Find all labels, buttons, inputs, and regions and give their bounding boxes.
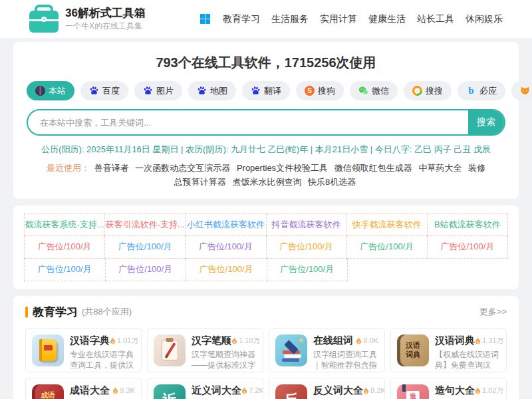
ad-cell[interactable]: 广告位/100/月 bbox=[186, 236, 266, 259]
engine-tab-maps[interactable]: 地图 bbox=[188, 81, 236, 100]
recent-item[interactable]: 煮饭米水比例查询 bbox=[232, 177, 301, 187]
section-accent-bar bbox=[25, 307, 28, 318]
flame-icon bbox=[475, 337, 481, 344]
nav-item-life[interactable]: 生活服务 bbox=[271, 13, 309, 25]
recent-label: 最近使用： bbox=[47, 163, 90, 173]
app-card-zaoju-daquan[interactable]: 造句 造句大全 1.02万 收录了常用成语造句和常用词语造句，并提供造... bbox=[390, 378, 507, 399]
soso-icon bbox=[410, 84, 424, 98]
ad-cell[interactable]: 广告位/100/月 bbox=[24, 259, 106, 281]
ad-cell[interactable]: 广告位/100/月 bbox=[428, 236, 508, 259]
app-name: 造句大全 bbox=[435, 384, 475, 397]
ad-cell[interactable]: 获客引流软件-支持... bbox=[105, 213, 186, 236]
section-count: (共88个应用) bbox=[82, 306, 132, 318]
app-name: 成语大全 bbox=[70, 384, 110, 397]
app-views: 1.31万 bbox=[475, 336, 503, 346]
ad-cell[interactable]: 广告位/100/月 bbox=[106, 259, 187, 281]
engine-label: 翻译 bbox=[264, 85, 281, 97]
app-card-fanyici-daquan[interactable]: 反 反义词大全 8.2K 可以查询汉语的反义词及反义词相关解释。 bbox=[269, 378, 385, 399]
nav-item-calc[interactable]: 实用计算 bbox=[320, 13, 357, 25]
nav-item-entertainment[interactable]: 休闲娱乐 bbox=[466, 13, 503, 25]
engine-tab-translate[interactable]: 翻译 bbox=[242, 81, 290, 100]
site-title: 36解析式工具箱 bbox=[65, 6, 146, 20]
engine-tab-images[interactable]: 图片 bbox=[134, 81, 182, 100]
ad-row: 截流获客系统-支持... 获客引流软件-支持... 小红书截流获客软件 抖音截流… bbox=[24, 213, 508, 236]
app-card-zaixian-zuci[interactable]: ★ 在线组词 8.0K 汉字组词查询工具｜智能推荐包含指定汉字开头... bbox=[269, 328, 385, 372]
engine-tab-soso[interactable]: 搜搜 bbox=[404, 81, 452, 100]
recent-item[interactable]: 兽音译者 bbox=[94, 163, 129, 173]
ad-cell[interactable]: 广告位/100/月 bbox=[267, 236, 347, 259]
flame-icon bbox=[112, 387, 118, 394]
app-card-chengyu-daquan[interactable]: 成语大全 成语大全 9.3K 提供成语词典查询，可输入成语中任意文字查询... bbox=[25, 378, 142, 399]
engine-tab-baidu[interactable]: 百度 bbox=[80, 81, 128, 100]
graduation-cap-books-icon: ★ bbox=[275, 334, 307, 366]
flame-icon bbox=[241, 387, 247, 394]
app-name: 汉语字典 bbox=[70, 334, 110, 347]
engine-tab-site[interactable]: 本站 bbox=[27, 81, 74, 100]
app-desc: 汉字笔顺查询神器——提供标准汉字书写笔顺动... bbox=[192, 349, 257, 372]
briefcase-logo-icon bbox=[29, 11, 59, 33]
ad-cell[interactable]: 抖音截流获客软件 bbox=[267, 213, 347, 236]
engine-tab-wechat[interactable]: 微信 bbox=[350, 81, 398, 100]
engine-label: 地图 bbox=[210, 85, 227, 97]
idiom-book-icon: 成语大全 bbox=[32, 384, 64, 399]
ad-cell[interactable]: 广告位/100/月 bbox=[105, 236, 186, 259]
windows-icon bbox=[200, 14, 211, 25]
recent-item[interactable]: 微信领取红包生成器 bbox=[334, 163, 412, 173]
ad-cell[interactable]: 小红书截流获客软件 bbox=[186, 213, 266, 236]
app-views: 8.2K bbox=[363, 386, 385, 394]
ad-cell[interactable]: B站截流获客软件 bbox=[428, 213, 508, 236]
sogou-icon: S bbox=[305, 86, 315, 96]
engine-tab-shenma[interactable]: 神马 bbox=[511, 81, 532, 100]
app-card-hanyu-cidian[interactable]: 汉语词典 汉语词典 1.31万 【权威在线汉语词典】免费查询汉字/词语的拼... bbox=[390, 328, 507, 372]
ad-cell[interactable]: 广告位/100/月 bbox=[186, 259, 267, 281]
sentence-book-icon: 造句 bbox=[397, 384, 429, 399]
bing-icon: b bbox=[466, 86, 476, 96]
engine-label: 必应 bbox=[479, 85, 497, 97]
baidu-paw-icon bbox=[143, 86, 153, 96]
header: 36解析式工具箱 一个牛X的在线工具集 教育学习 生活服务 实用计算 健康生活 … bbox=[0, 0, 532, 38]
app-card-hanyu-zidian[interactable]: 汉语字典 1.01万 专业在线汉语字典查询工具，提供汉字拼音、部... bbox=[25, 328, 142, 372]
ad-cell[interactable]: 广告位/100/月 bbox=[267, 259, 348, 281]
recent-item[interactable]: Properties文件校验工具 bbox=[237, 163, 328, 173]
engine-label: 搜搜 bbox=[426, 85, 443, 97]
recent-item[interactable]: 一次函数动态交互演示器 bbox=[135, 163, 230, 173]
app-grid: 汉语字典 1.01万 专业在线汉语字典查询工具，提供汉字拼音、部... 汉字笔顺 bbox=[25, 328, 507, 399]
nav-item-health[interactable]: 健康生活 bbox=[368, 13, 406, 25]
app-views: 1.01万 bbox=[110, 336, 138, 346]
flame-icon bbox=[356, 337, 362, 344]
site-icon bbox=[35, 86, 45, 96]
app-views: 1.10万 bbox=[231, 336, 260, 346]
section-more-link[interactable]: 更多>> bbox=[479, 306, 507, 318]
dictionary-book-icon bbox=[32, 334, 64, 366]
app-card-jinyici-daquan[interactable]: 近 近义词大全 7.2K 可以查询汉语的近义词，汉语的同义词。 bbox=[147, 378, 263, 399]
ad-cell[interactable]: 广告位/100/月 bbox=[24, 236, 105, 259]
stroke-order-clipboard-icon bbox=[154, 334, 186, 366]
calendar-info: 公历(阳历): 2025年11月16日 星期日 | 农历(阴历): 九月廿七 乙… bbox=[27, 144, 505, 156]
synonym-character-icon: 近 bbox=[154, 384, 186, 399]
app-desc: 汉字组词查询工具｜智能推荐包含指定汉字开头... bbox=[313, 349, 378, 372]
site-logo[interactable]: 36解析式工具箱 一个牛X的在线工具集 bbox=[29, 5, 146, 33]
nav-item-education[interactable]: 教育学习 bbox=[223, 13, 260, 25]
ad-cell[interactable]: 广告位/100/月 bbox=[347, 236, 428, 259]
ad-cell[interactable]: 截流获客系统-支持... bbox=[24, 213, 105, 236]
chinese-dictionary-book-icon: 汉语词典 bbox=[397, 334, 429, 366]
engine-tab-sogou[interactable]: S 搜狗 bbox=[296, 81, 344, 100]
nav-item-webmaster[interactable]: 站长工具 bbox=[417, 13, 454, 25]
recent-item[interactable]: 中草药大全 bbox=[418, 163, 462, 173]
flame-icon bbox=[475, 387, 481, 394]
app-card-hanzi-bishun[interactable]: 汉字笔顺 1.10万 汉字笔顺查询神器——提供标准汉字书写笔顺动... bbox=[147, 328, 263, 372]
engine-tab-bing[interactable]: b 必应 bbox=[458, 81, 505, 100]
education-section: 教育学习 (共88个应用) 更多>> 汉语字典 1.01万 专业在线汉语字典查询… bbox=[13, 296, 519, 399]
app-name: 反义词大全 bbox=[313, 384, 363, 397]
search-input[interactable] bbox=[28, 110, 468, 134]
search-button[interactable]: 搜索 bbox=[468, 110, 504, 134]
engine-label: 本站 bbox=[49, 85, 66, 97]
wechat-icon bbox=[358, 86, 368, 96]
app-name: 汉语词典 bbox=[435, 334, 475, 347]
app-views: 9.3K bbox=[112, 386, 135, 394]
app-name: 汉字笔顺 bbox=[192, 334, 231, 347]
antonym-character-icon: 反 bbox=[275, 384, 307, 399]
ad-cell[interactable]: 快手截流获客软件 bbox=[347, 213, 428, 236]
recent-item[interactable]: 快乐8机选器 bbox=[308, 177, 356, 187]
engine-label: 图片 bbox=[156, 85, 174, 97]
